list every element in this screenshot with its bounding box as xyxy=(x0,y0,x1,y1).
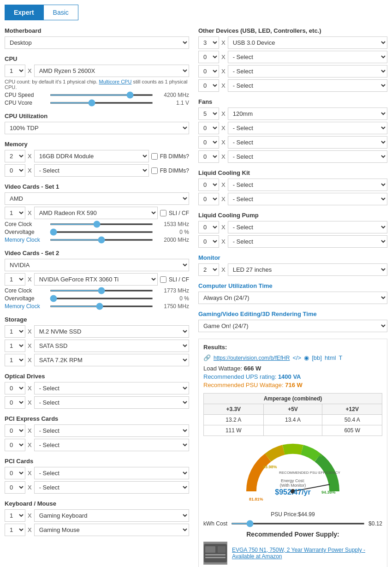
memory-row2-model[interactable]: - Select xyxy=(34,164,149,177)
optical-row2-qty[interactable]: 0 xyxy=(5,396,25,409)
lck-row1-qty[interactable]: 0 xyxy=(198,179,219,191)
monitor-qty[interactable]: 2 xyxy=(198,263,219,276)
other-row1-model[interactable]: USB 3.0 Device xyxy=(228,36,387,49)
keyboard-mouse-label: Keyboard / Mouse xyxy=(5,500,189,507)
cpu-qty-select[interactable]: 1 xyxy=(5,65,25,77)
video-set2-qty[interactable]: 1 xyxy=(5,273,25,286)
optical-row2-model[interactable]: - Select xyxy=(34,396,189,409)
lcp-row2-model[interactable]: - Select xyxy=(228,235,387,248)
video-set2-memory-slider[interactable] xyxy=(50,305,153,307)
other-row2-model[interactable]: - Select xyxy=(228,51,387,63)
optical-label: Optical Drives xyxy=(5,373,189,380)
kwh-slider[interactable] xyxy=(231,523,365,525)
video-set2-sli-label: SLI / CF xyxy=(169,276,189,283)
cpu-model-select[interactable]: AMD Ryzen 5 2600X xyxy=(34,65,189,77)
keyboard-row1-model[interactable]: Gaming Keyboard xyxy=(34,509,189,522)
lcp-row2-qty[interactable]: 0 xyxy=(198,235,219,248)
video-set1-sli-check[interactable] xyxy=(160,210,166,216)
memory-row2-fb-check[interactable] xyxy=(151,167,158,174)
results-url[interactable]: https://outervision.com/b/fEfHR xyxy=(214,355,290,361)
lcp-row1-model[interactable]: - Select xyxy=(228,221,387,233)
liquid-cooling-kit-label: Liquid Cooling Kit xyxy=(198,169,387,176)
optical-row1-model[interactable]: - Select xyxy=(34,382,189,394)
storage-row3-qty[interactable]: 1 xyxy=(5,354,25,366)
video-set2-memory-label: Memory Clock xyxy=(5,303,46,310)
pci-express-row2-qty[interactable]: 0 xyxy=(5,439,25,451)
video-set2-overvoltage-slider[interactable] xyxy=(50,298,153,299)
video-set2-x: X xyxy=(28,276,32,283)
computer-utilization-select[interactable]: Always On (24/7) xyxy=(198,292,387,304)
ups-row: Recommended UPS rating: 1400 VA xyxy=(203,373,382,380)
video-set1-memory-slider[interactable] xyxy=(50,239,153,241)
other-devices-section: Other Devices (USB, LED, Controllers, et… xyxy=(198,27,387,92)
fans-row2-model[interactable]: - Select xyxy=(228,122,387,134)
other-row1-qty[interactable]: 3 xyxy=(198,36,219,49)
other-row3-qty[interactable]: 0 xyxy=(198,65,219,78)
pci-cards-row1-model[interactable]: - Select xyxy=(34,467,189,479)
results-links: 🔗 https://outervision.com/b/fEfHR </> ◉ … xyxy=(203,354,382,361)
lck-row2-model[interactable]: - Select xyxy=(228,193,387,205)
monitor-model[interactable]: LED 27 inches xyxy=(228,263,387,276)
storage-row1-model[interactable]: M.2 NVMe SSD xyxy=(34,325,189,338)
psu-name[interactable]: EVGA 750 N1, 750W, 2 Year Warranty Power… xyxy=(232,547,382,560)
cpu-multicore-link[interactable]: Multicore CPU xyxy=(99,79,131,84)
amp-12v-a: 50.4 A xyxy=(322,415,382,425)
other-row2-qty[interactable]: 0 xyxy=(198,51,219,63)
fans-row1-model[interactable]: 120mm xyxy=(228,107,387,120)
motherboard-select[interactable]: Desktop xyxy=(5,36,189,49)
amp-12v-w: 605 W xyxy=(322,425,382,436)
video-set2-brand[interactable]: NVIDIA xyxy=(5,259,189,271)
tab-basic[interactable]: Basic xyxy=(43,5,78,20)
pci-express-row2-model[interactable]: - Select xyxy=(34,439,189,451)
video-set1-memory-label: Memory Clock xyxy=(5,237,46,243)
pci-cards-row2-model[interactable]: - Select xyxy=(34,481,189,494)
keyboard-row2-model[interactable]: Gaming Mouse xyxy=(34,524,189,536)
keyboard-row2-qty[interactable]: 1 xyxy=(5,524,25,536)
memory-row1-fb-check[interactable] xyxy=(151,153,158,160)
storage-row2-qty[interactable]: 1 xyxy=(5,340,25,352)
storage-row1-qty[interactable]: 1 xyxy=(5,325,25,338)
other-row3-model[interactable]: - Select xyxy=(228,65,387,78)
cpu-speed-slider[interactable] xyxy=(50,94,153,96)
other-row4-model[interactable]: - Select xyxy=(228,79,387,92)
fans-section: Fans 5 X 120mm 0 X - Select 0 xyxy=(198,98,387,163)
video-set2-core-slider[interactable] xyxy=(50,290,153,292)
pci-cards-row2-qty[interactable]: 0 xyxy=(5,481,25,494)
gaming-time-select[interactable]: Game On! (24/7) xyxy=(198,320,387,332)
fans-row4-qty[interactable]: 0 xyxy=(198,150,219,163)
svg-text:91.51%: 91.51% xyxy=(308,453,322,458)
video-set1-model[interactable]: AMD Radeon RX 590 xyxy=(34,207,158,219)
cpu-vcore-slider[interactable] xyxy=(50,102,153,104)
memory-row1-model[interactable]: 16GB DDR4 Module xyxy=(34,150,149,162)
lcp-row1-qty[interactable]: 0 xyxy=(198,221,219,233)
optical-row1-qty[interactable]: 0 xyxy=(5,382,25,394)
storage-row2-model[interactable]: SATA SSD xyxy=(34,340,189,352)
pci-express-row1-qty[interactable]: 0 xyxy=(5,424,25,437)
video-set1-core-slider[interactable] xyxy=(50,223,153,225)
lck-row2-qty[interactable]: 0 xyxy=(198,193,219,205)
video-set2-model[interactable]: NVIDIA GeForce RTX 3060 Ti xyxy=(34,273,158,286)
memory-row2-qty[interactable]: 0 xyxy=(5,164,25,177)
video-set1-overvoltage-slider[interactable] xyxy=(50,231,153,233)
pci-cards-row1-qty[interactable]: 0 xyxy=(5,467,25,479)
fans-row3-model[interactable]: - Select xyxy=(228,136,387,149)
memory-row1-qty[interactable]: 2 xyxy=(5,150,25,162)
video-set1-section: Video Cards - Set 1 AMD 1 X AMD Radeon R… xyxy=(5,183,189,243)
pci-express-row1-model[interactable]: - Select xyxy=(34,424,189,437)
video-set2-sli-check[interactable] xyxy=(160,276,166,283)
video-set1-brand[interactable]: AMD xyxy=(5,192,189,205)
memory-label: Memory xyxy=(5,141,189,148)
keyboard-row1-qty[interactable]: 1 xyxy=(5,509,25,522)
cpu-utilization-select[interactable]: 100% TDP xyxy=(5,122,189,134)
storage-row3-model[interactable]: SATA 7.2K RPM xyxy=(34,354,189,366)
other-row4-qty[interactable]: 0 xyxy=(198,79,219,92)
tab-expert[interactable]: Expert xyxy=(5,5,43,20)
fans-row3-qty[interactable]: 0 xyxy=(198,136,219,149)
fans-row1-qty[interactable]: 5 xyxy=(198,107,219,120)
amp-12v-label: +12V xyxy=(322,404,382,415)
fans-row2-qty[interactable]: 0 xyxy=(198,122,219,134)
lck-row1-model[interactable]: - Select xyxy=(228,179,387,191)
video-set1-qty[interactable]: 1 xyxy=(5,207,25,219)
cpu-vcore-label: CPU Vcore xyxy=(5,100,46,106)
fans-row4-model[interactable]: - Select xyxy=(228,150,387,163)
